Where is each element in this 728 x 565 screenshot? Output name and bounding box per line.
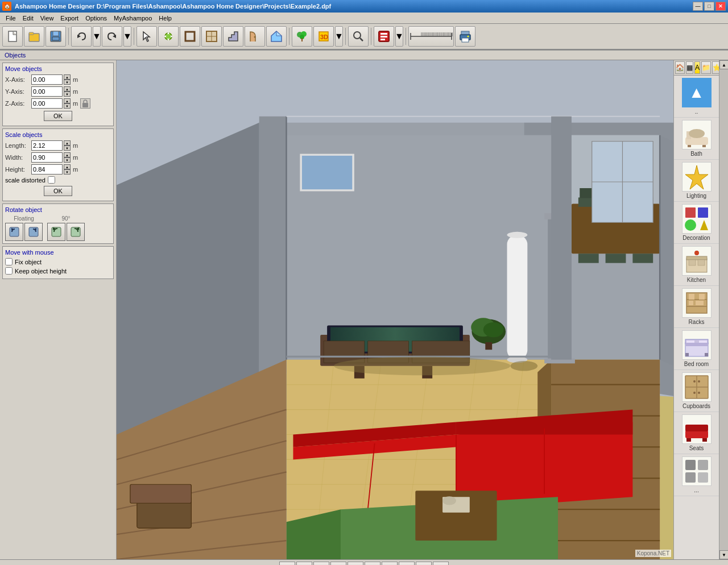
fix-object-checkbox[interactable] bbox=[5, 258, 13, 265]
scroll-track[interactable] bbox=[719, 69, 728, 550]
scale-ok-button[interactable]: OK bbox=[44, 186, 72, 196]
category-seats[interactable]: Seats bbox=[674, 412, 719, 454]
plant-button[interactable] bbox=[292, 26, 312, 47]
measure-button[interactable]: ||||||||||||||||||||||||||||||||| bbox=[408, 26, 454, 47]
nav-dr[interactable]: ↘ bbox=[399, 562, 415, 566]
redo-button[interactable] bbox=[102, 26, 122, 47]
nav-ul[interactable]: ↖ bbox=[382, 562, 398, 566]
nav-rotl[interactable]: ↺ bbox=[433, 562, 449, 566]
length-up[interactable]: ▲ bbox=[64, 140, 71, 146]
window-button[interactable] bbox=[266, 26, 287, 47]
nav-down[interactable]: ↓ bbox=[330, 562, 346, 566]
scroll-down-button[interactable]: ▼ bbox=[719, 550, 728, 559]
scroll-up-button[interactable]: ▲ bbox=[719, 60, 728, 69]
x-axis-spinner[interactable]: ▲▼ bbox=[64, 74, 71, 85]
undo-button[interactable] bbox=[71, 26, 92, 47]
menu-edit[interactable]: Edit bbox=[19, 14, 37, 23]
y-axis-up[interactable]: ▲ bbox=[64, 86, 71, 92]
kitchen-label: Kitchen bbox=[687, 277, 706, 283]
nav-rotr[interactable]: ↻ bbox=[416, 562, 432, 566]
y-axis-down[interactable]: ▼ bbox=[64, 92, 71, 97]
width-down[interactable]: ▼ bbox=[64, 157, 71, 163]
close-button[interactable]: ✕ bbox=[715, 2, 726, 11]
x-axis-down[interactable]: ▼ bbox=[64, 80, 71, 85]
svg-rect-184 bbox=[686, 438, 691, 442]
x-axis-input[interactable] bbox=[31, 74, 63, 85]
scene-3d[interactable]: Kopona.NET bbox=[117, 60, 673, 559]
maximize-button[interactable]: □ bbox=[704, 2, 714, 11]
search-button[interactable] bbox=[348, 26, 369, 47]
z-axis-input[interactable] bbox=[31, 98, 63, 109]
z-axis-up[interactable]: ▲ bbox=[64, 98, 71, 103]
category-lighting[interactable]: Lighting bbox=[674, 160, 719, 202]
menu-options[interactable]: Options bbox=[82, 14, 110, 23]
undo-dropdown[interactable]: ▼ bbox=[93, 26, 101, 47]
new-button[interactable] bbox=[2, 26, 23, 47]
z-axis-spinner[interactable]: ▲▼ bbox=[64, 98, 71, 109]
category-cupboards[interactable]: Cupboards bbox=[674, 370, 719, 412]
rotate-ccw-button[interactable] bbox=[5, 223, 23, 241]
width-input[interactable] bbox=[31, 152, 63, 163]
nav-left[interactable]: ← bbox=[348, 562, 363, 566]
menu-file[interactable]: File bbox=[2, 14, 19, 23]
rotate-90-ccw-button[interactable] bbox=[47, 223, 65, 241]
length-spinner[interactable]: ▲▼ bbox=[64, 140, 71, 151]
menu-view[interactable]: View bbox=[37, 14, 57, 23]
category-kitchen[interactable]: Kitchen bbox=[674, 244, 719, 286]
rp-icon-folder[interactable]: 📁 bbox=[701, 61, 711, 74]
scale-distorted-checkbox[interactable] bbox=[48, 176, 55, 184]
move-button[interactable] bbox=[158, 26, 179, 47]
nav-up[interactable]: ↑ bbox=[313, 562, 329, 566]
menu-help[interactable]: Help bbox=[155, 14, 175, 23]
3d-view-button[interactable]: 3D bbox=[313, 26, 334, 47]
height-up[interactable]: ▲ bbox=[64, 164, 71, 169]
rotate-cw-button[interactable] bbox=[24, 223, 43, 241]
height-spinner[interactable]: ▲▼ bbox=[64, 164, 71, 175]
redo-dropdown[interactable]: ▼ bbox=[123, 26, 131, 47]
open-button[interactable] bbox=[24, 26, 44, 47]
title-bar-controls[interactable]: — □ ✕ bbox=[693, 2, 726, 11]
x-axis-up[interactable]: ▲ bbox=[64, 74, 71, 80]
width-spinner[interactable]: ▲▼ bbox=[64, 152, 71, 163]
category-racks[interactable]: Racks bbox=[674, 286, 719, 328]
rp-icon-grid[interactable]: ▦ bbox=[686, 61, 693, 74]
height-down[interactable]: ▼ bbox=[64, 169, 71, 175]
svg-marker-20 bbox=[276, 31, 282, 36]
3d-dropdown[interactable]: ▼ bbox=[335, 26, 343, 47]
wall-button[interactable] bbox=[180, 26, 200, 47]
length-down[interactable]: ▼ bbox=[64, 146, 71, 151]
nav-undo[interactable]: ↩ bbox=[279, 562, 295, 566]
rp-icon-house[interactable]: 🏠 bbox=[675, 61, 685, 74]
rotate-90-cw-button[interactable] bbox=[67, 223, 85, 241]
length-input[interactable] bbox=[31, 140, 63, 151]
y-axis-input[interactable] bbox=[31, 86, 63, 97]
keep-height-checkbox[interactable] bbox=[5, 267, 13, 275]
print-button[interactable] bbox=[455, 26, 475, 47]
width-up[interactable]: ▲ bbox=[64, 152, 71, 157]
category-misc[interactable]: ... bbox=[674, 454, 719, 496]
height-input[interactable] bbox=[31, 164, 63, 175]
nav-right[interactable]: → bbox=[365, 562, 380, 566]
category-bedroom[interactable]: Bed room bbox=[674, 328, 719, 370]
scale-section-title: Scale objects bbox=[5, 131, 111, 138]
rp-icon-text[interactable]: A bbox=[694, 61, 700, 74]
menu-export[interactable]: Export bbox=[57, 14, 82, 23]
z-lock-button[interactable] bbox=[80, 98, 90, 109]
nav-redo[interactable]: ↪ bbox=[296, 562, 312, 566]
move-ok-button[interactable]: OK bbox=[44, 111, 72, 121]
menu-myashampoo[interactable]: MyAshampoo bbox=[110, 14, 155, 23]
select-button[interactable] bbox=[136, 26, 157, 47]
z-axis-down[interactable]: ▼ bbox=[64, 103, 71, 109]
save-button[interactable] bbox=[46, 26, 66, 47]
category-bath[interactable]: Bath bbox=[674, 118, 719, 160]
y-axis-spinner[interactable]: ▲▼ bbox=[64, 86, 71, 97]
room-button[interactable] bbox=[201, 26, 222, 47]
category-decoration[interactable]: Decoration bbox=[674, 202, 719, 244]
stairs-button[interactable] bbox=[223, 26, 243, 47]
rp-icon-star[interactable]: ⭐ bbox=[712, 61, 719, 74]
catalog-button[interactable] bbox=[374, 26, 394, 47]
catalog-dropdown[interactable]: ▼ bbox=[395, 26, 403, 47]
category-up[interactable]: .. bbox=[674, 76, 719, 118]
minimize-button[interactable]: — bbox=[693, 2, 703, 11]
door-button[interactable] bbox=[245, 26, 265, 47]
